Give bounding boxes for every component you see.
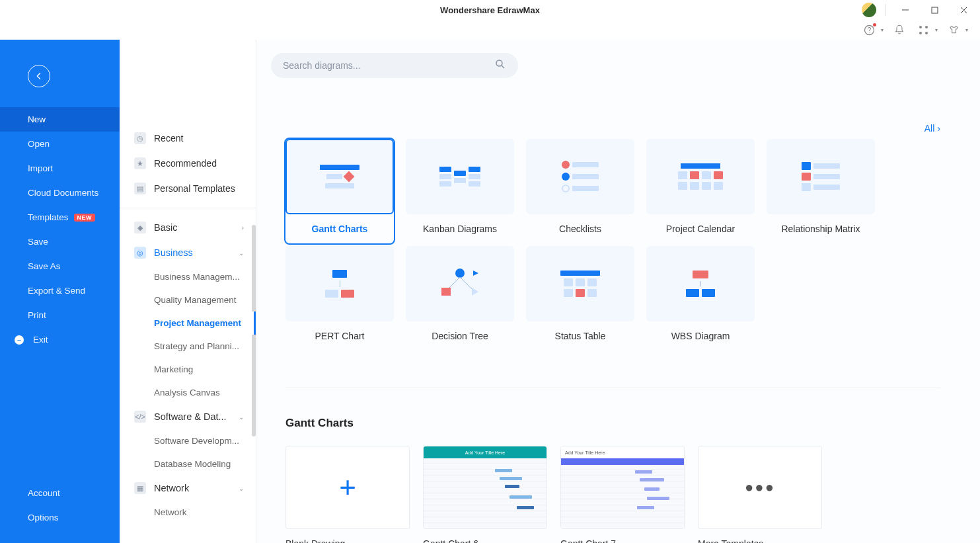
- category-recent[interactable]: ◷Recent: [120, 126, 256, 151]
- category-software-database[interactable]: </>Software & Dat...⌄: [120, 404, 256, 429]
- sidebar-item-options[interactable]: Options: [0, 505, 120, 530]
- category-basic[interactable]: ◆Basic›: [120, 215, 256, 240]
- top-icon-row: ?▾ ▾ ▾: [0, 20, 980, 40]
- back-button[interactable]: [28, 65, 50, 87]
- sidebar-item-print[interactable]: Print: [0, 303, 120, 327]
- tile-wbs-diagram[interactable]: WBS Diagram: [646, 246, 755, 341]
- avatar[interactable]: [862, 3, 876, 17]
- svg-point-12: [455, 269, 465, 278]
- sidebar-item-cloud-documents[interactable]: Cloud Documents: [0, 181, 120, 205]
- tile-status-table[interactable]: Status Table: [526, 246, 634, 341]
- category-business[interactable]: ◎Business⌄: [120, 240, 256, 265]
- template-gantt-chart-7[interactable]: Add Your Title Here Gantt Chart 7: [560, 446, 685, 543]
- template-more-templates[interactable]: ●●● More Templates: [698, 446, 822, 543]
- subcategory-software-development[interactable]: Software Developm...: [120, 429, 256, 452]
- svg-line-15: [460, 277, 473, 290]
- template-grid: + Blank Drawing Add Your Title Here Gant…: [285, 446, 822, 543]
- subcategory-network[interactable]: Network: [120, 501, 256, 524]
- clock-icon: ◷: [134, 132, 146, 144]
- maximize-button[interactable]: [924, 2, 944, 18]
- close-button[interactable]: [954, 2, 973, 18]
- category-label: Recommended: [154, 158, 217, 169]
- tile-label: Relationship Matrix: [767, 224, 875, 234]
- tile-pert-chart[interactable]: PERT Chart: [285, 246, 394, 341]
- sidebar-item-label: Account: [28, 488, 60, 498]
- thumb-title: Add Your Title Here: [424, 446, 547, 458]
- all-link-label: All: [924, 123, 935, 134]
- search-box[interactable]: [271, 53, 518, 78]
- sidebar-item-save[interactable]: Save: [0, 230, 120, 254]
- svg-marker-17: [472, 288, 478, 296]
- subcategory-business-management[interactable]: Business Managem...: [120, 265, 256, 288]
- tag-icon: ◆: [134, 222, 146, 233]
- sidebar-item-templates[interactable]: TemplatesNEW: [0, 205, 120, 230]
- category-personal-templates[interactable]: ▤Personal Templates: [120, 176, 256, 201]
- tile-relationship-matrix[interactable]: Relationship Matrix: [767, 139, 875, 234]
- network-icon: ▦: [134, 482, 146, 494]
- tile-kanban-diagrams[interactable]: Kanban Diagrams: [406, 139, 514, 234]
- sidebar-item-label: Exit: [33, 335, 48, 345]
- sidebar-item-label: New: [28, 114, 46, 124]
- tile-thumbnail: [406, 246, 514, 321]
- search-input[interactable]: [283, 60, 494, 71]
- sidebar-item-label: Templates: [28, 212, 69, 222]
- subcategory-quality-management[interactable]: Quality Management: [120, 288, 256, 312]
- shirt-icon[interactable]: [946, 22, 961, 38]
- sidebar-item-exit[interactable]: –Exit: [0, 327, 120, 352]
- minimize-button[interactable]: [895, 2, 915, 18]
- tile-thumbnail: [285, 246, 394, 321]
- plus-icon: +: [339, 473, 356, 502]
- svg-rect-1: [932, 7, 938, 13]
- subcategory-database-modeling[interactable]: Database Modeling: [120, 452, 256, 476]
- chevron-down-icon: ▾: [881, 27, 884, 33]
- category-recommended[interactable]: ★Recommended: [120, 151, 256, 176]
- tile-checklists[interactable]: Checklists: [526, 139, 634, 234]
- category-panel: ◷Recent ★Recommended ▤Personal Templates…: [120, 40, 256, 543]
- sidebar-item-import[interactable]: Import: [0, 156, 120, 181]
- sidebar-item-label: Print: [28, 310, 46, 320]
- all-link[interactable]: All›: [924, 123, 940, 134]
- tile-decision-tree[interactable]: Decision Tree: [406, 246, 514, 341]
- sidebar-item-account[interactable]: Account: [0, 481, 120, 505]
- svg-point-6: [919, 26, 922, 28]
- tile-gantt-charts[interactable]: Gantt Charts: [285, 139, 394, 234]
- category-label: Network: [154, 483, 189, 493]
- chevron-down-icon: ▾: [965, 27, 968, 33]
- new-badge: NEW: [74, 214, 96, 222]
- sidebar-item-save-as[interactable]: Save As: [0, 254, 120, 278]
- help-icon[interactable]: ?: [861, 22, 877, 38]
- title-bar: Wondershare EdrawMax: [0, 0, 980, 20]
- tile-label: Decision Tree: [406, 331, 514, 341]
- subcategory-project-management[interactable]: Project Management: [120, 312, 256, 335]
- sidebar-item-open[interactable]: Open: [0, 132, 120, 156]
- tile-label: Status Table: [526, 331, 634, 341]
- sidebar-item-export-send[interactable]: Export & Send: [0, 278, 120, 303]
- tile-thumbnail: [526, 139, 634, 214]
- sidebar-item-new[interactable]: New: [0, 107, 120, 132]
- tile-thumbnail: [646, 139, 755, 214]
- tile-project-calendar[interactable]: Project Calendar: [646, 139, 755, 234]
- exit-icon: –: [15, 335, 24, 345]
- sidebar-item-label: Cloud Documents: [28, 188, 98, 198]
- sidebar-item-label: Save: [28, 237, 48, 247]
- search-icon[interactable]: [494, 58, 506, 73]
- app-title: Wondershare EdrawMax: [440, 5, 540, 15]
- sidebar: New Open Import Cloud Documents Template…: [0, 40, 120, 543]
- svg-point-10: [496, 60, 502, 66]
- svg-point-7: [925, 26, 928, 28]
- subcategory-analysis-canvas[interactable]: Analysis Canvas: [120, 381, 256, 404]
- subcategory-marketing[interactable]: Marketing: [120, 358, 256, 381]
- bell-icon[interactable]: [891, 22, 907, 38]
- template-gantt-chart-6[interactable]: Add Your Title Here Gantt Chart 6: [423, 446, 547, 543]
- template-blank-drawing[interactable]: + Blank Drawing: [285, 446, 410, 543]
- section-heading: Gantt Charts: [285, 417, 354, 430]
- apps-icon[interactable]: [915, 22, 931, 38]
- tile-thumbnail: [285, 139, 394, 214]
- svg-point-8: [919, 32, 922, 34]
- subcategory-strategy-planning[interactable]: Strategy and Planni...: [120, 335, 256, 358]
- category-network[interactable]: ▦Network⌄: [120, 476, 256, 501]
- tile-thumbnail: [406, 139, 514, 214]
- tile-label: Project Calendar: [646, 224, 755, 234]
- sidebar-item-label: Open: [28, 139, 50, 149]
- star-icon: ★: [134, 157, 146, 169]
